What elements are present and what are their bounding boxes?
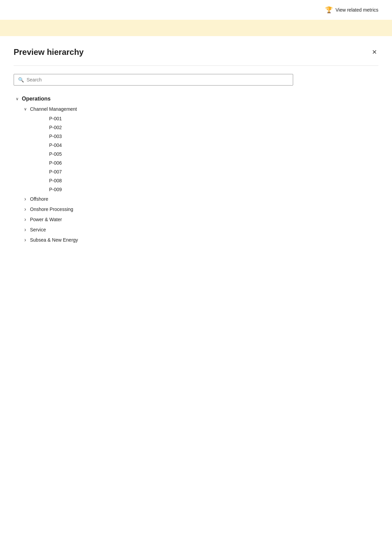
tree-item-offshore: Offshore (14, 194, 378, 204)
tree-label-p009: P-009 (49, 187, 62, 192)
tree-row-power-water[interactable]: Power & Water (14, 214, 378, 225)
tree-item-onshore-processing: Onshore Processing (14, 204, 378, 214)
tree-label-p003: P-003 (49, 134, 62, 139)
tree-label-subsea: Subsea & New Energy (30, 237, 78, 243)
tree-row-p004[interactable]: P-004 (14, 141, 378, 150)
panel-title: Preview hierarchy (14, 47, 84, 57)
tree-row-p005[interactable]: P-005 (14, 150, 378, 158)
search-input[interactable] (27, 77, 289, 82)
tree-label-p001: P-001 (49, 116, 62, 121)
top-bar: 🏆 View related metrics (0, 0, 392, 20)
tree-row-offshore[interactable]: Offshore (14, 194, 378, 204)
tree-row-channel-management[interactable]: Channel Management (14, 104, 378, 114)
tree-row-p007[interactable]: P-007 (14, 167, 378, 176)
close-icon: ✕ (372, 48, 377, 56)
tree-item-power-water: Power & Water (14, 214, 378, 225)
panel-header: Preview hierarchy ✕ (14, 47, 378, 57)
chevron-power-water (22, 216, 29, 223)
tree-label-operations: Operations (22, 96, 50, 102)
tree-item-subsea: Subsea & New Energy (14, 235, 378, 245)
trophy-icon: 🏆 (325, 6, 333, 14)
tree-children-operations: Channel Management P-001 P-002 (14, 104, 378, 245)
tree-row-p001[interactable]: P-001 (14, 114, 378, 123)
hierarchy-tree: Operations Channel Management P-001 (14, 94, 378, 245)
tree-item-channel-management: Channel Management P-001 P-002 (14, 104, 378, 194)
view-metrics-label: View related metrics (335, 7, 378, 13)
chevron-service (22, 226, 29, 233)
search-box: 🔍 (14, 74, 293, 86)
tree-children-channel-management: P-001 P-002 P-003 P-004 (14, 114, 378, 194)
tree-row-subsea[interactable]: Subsea & New Energy (14, 235, 378, 245)
chevron-channel-management (22, 106, 29, 112)
chevron-subsea (22, 237, 29, 243)
tree-label-onshore-processing: Onshore Processing (30, 207, 73, 212)
search-container: 🔍 (14, 74, 378, 86)
tree-row-p009[interactable]: P-009 (14, 185, 378, 194)
tree-row-operations[interactable]: Operations (14, 94, 378, 104)
tree-row-p002[interactable]: P-002 (14, 123, 378, 132)
chevron-operations (14, 95, 20, 102)
tree-row-service[interactable]: Service (14, 225, 378, 235)
tree-label-p008: P-008 (49, 178, 62, 183)
tree-label-offshore: Offshore (30, 196, 48, 202)
tree-label-p005: P-005 (49, 151, 62, 157)
tree-label-p007: P-007 (49, 169, 62, 174)
preview-hierarchy-panel: Preview hierarchy ✕ 🔍 Operations (0, 36, 392, 259)
tree-label-p004: P-004 (49, 142, 62, 148)
panel-divider (14, 65, 378, 66)
tree-label-service: Service (30, 227, 46, 232)
tree-label-p002: P-002 (49, 125, 62, 130)
tree-label-p006: P-006 (49, 160, 62, 166)
chevron-onshore-processing (22, 206, 29, 213)
tree-row-p008[interactable]: P-008 (14, 176, 378, 185)
chevron-offshore (22, 196, 29, 202)
tree-row-p006[interactable]: P-006 (14, 158, 378, 167)
view-metrics-button[interactable]: 🏆 View related metrics (325, 6, 378, 14)
tree-label-power-water: Power & Water (30, 217, 62, 222)
tree-item-service: Service (14, 225, 378, 235)
tree-row-onshore-processing[interactable]: Onshore Processing (14, 204, 378, 214)
tree-label-channel-management: Channel Management (30, 106, 77, 112)
tree-item-operations: Operations Channel Management P-001 (14, 94, 378, 245)
tree-row-p003[interactable]: P-003 (14, 132, 378, 141)
yellow-banner (0, 20, 392, 36)
close-button[interactable]: ✕ (371, 47, 378, 57)
search-icon: 🔍 (18, 77, 24, 82)
